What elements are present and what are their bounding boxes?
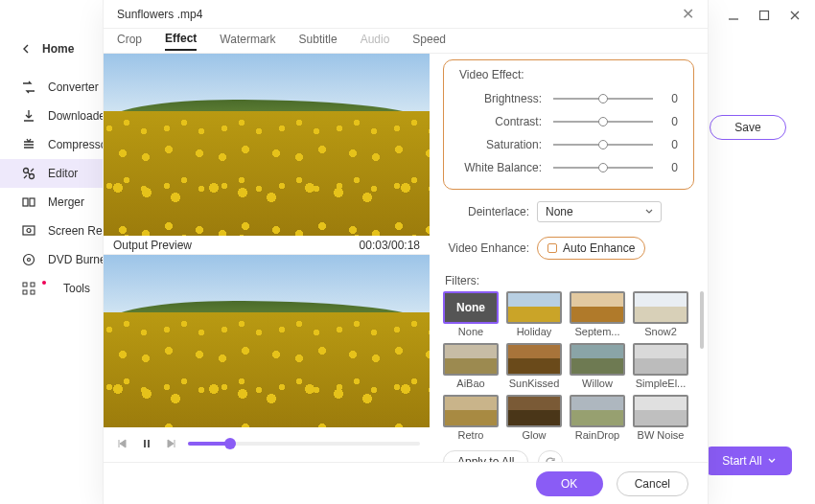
filter-raindrop[interactable]: RainDrop	[570, 395, 625, 441]
filter-retro[interactable]: Retro	[443, 395, 499, 441]
video-enhance-label: Video Enhance:	[443, 241, 529, 255]
filter-none[interactable]: NoneNone	[443, 291, 499, 337]
cancel-button[interactable]: Cancel	[617, 471, 688, 496]
brightness-slider[interactable]	[553, 98, 653, 100]
filter-willow[interactable]: Willow	[570, 343, 625, 389]
slider-value: 0	[664, 138, 678, 151]
filter-label: Holiday	[517, 326, 552, 337]
apply-to-all-button[interactable]: Apply to All	[443, 450, 528, 462]
next-frame-button[interactable]	[163, 435, 180, 452]
filter-label: SunKissed	[509, 378, 560, 389]
svg-rect-10	[31, 283, 35, 286]
sidebar-item-screen-record[interactable]: Screen Record	[0, 217, 104, 245]
slider-row-saturation: Saturation:0	[459, 133, 678, 156]
filter-thumb	[633, 291, 688, 324]
close-icon[interactable]	[788, 9, 802, 22]
settings-column: Video Effect: Brightness:0Contrast:0Satu…	[430, 54, 708, 462]
filter-simpleel[interactable]: SimpleEl...	[633, 343, 688, 389]
filter-snow2[interactable]: Snow2	[633, 291, 688, 337]
ok-button[interactable]: OK	[536, 471, 603, 496]
sidebar-item-label: Merger	[48, 195, 84, 209]
merger-icon	[21, 195, 36, 210]
filter-bwnoise[interactable]: BW Noise	[633, 395, 688, 441]
slider-label: Contrast:	[459, 115, 542, 128]
player-controls	[104, 427, 430, 460]
sidebar-item-label: Downloader	[48, 109, 109, 123]
filter-thumb	[443, 395, 499, 427]
filter-aibao[interactable]: AiBao	[443, 343, 499, 389]
editor-icon	[21, 166, 36, 181]
start-all-button[interactable]: Start All	[706, 447, 792, 475]
contrast-slider[interactable]	[553, 121, 653, 123]
video-effect-title: Video Effect:	[459, 68, 678, 81]
filters-grid: NoneNoneHolidaySeptem...Snow2AiBaoSunKis…	[443, 291, 694, 441]
filter-label: Snow2	[644, 326, 677, 337]
svg-rect-5	[23, 226, 35, 235]
svg-point-1	[24, 169, 29, 173]
screen-record-icon	[21, 223, 36, 239]
sidebar: Home ConverterDownloaderCompressorEditor…	[0, 31, 104, 504]
pause-button[interactable]	[138, 435, 155, 452]
filter-thumb	[570, 291, 625, 324]
svg-point-7	[24, 255, 35, 265]
svg-rect-9	[23, 283, 27, 286]
slider-value: 0	[664, 115, 678, 128]
save-button[interactable]: Save	[710, 115, 786, 140]
deinterlace-select[interactable]: None	[537, 201, 662, 222]
tab-effect[interactable]: Effect	[165, 32, 197, 51]
filter-septem[interactable]: Septem...	[570, 291, 625, 337]
sidebar-item-tools[interactable]: Tools	[0, 274, 104, 303]
right-panel: Save	[710, 77, 786, 140]
sidebar-item-label: Compressor	[48, 138, 110, 151]
sidebar-item-editor[interactable]: Editor	[0, 159, 104, 188]
tab-crop[interactable]: Crop	[117, 33, 142, 50]
dialog-footer: OK Cancel	[104, 462, 708, 504]
reset-button[interactable]	[538, 450, 563, 462]
sidebar-item-compressor[interactable]: Compressor	[0, 130, 104, 159]
tools-icon	[21, 281, 36, 296]
svg-rect-12	[31, 290, 35, 294]
filter-sunkissed[interactable]: SunKissed	[506, 343, 562, 389]
tab-speed[interactable]: Speed	[412, 33, 446, 50]
tab-watermark[interactable]: Watermark	[220, 33, 275, 50]
filter-thumb: None	[443, 291, 499, 324]
home-label: Home	[42, 42, 74, 56]
sidebar-item-label: Editor	[48, 167, 78, 180]
slider-row-whitebalance: White Balance:0	[459, 156, 678, 179]
sidebar-item-converter[interactable]: Converter	[0, 73, 104, 102]
dialog-close-button[interactable]: ✕	[682, 5, 694, 23]
output-preview-label: Output Preview	[113, 239, 192, 252]
whitebalance-slider[interactable]	[553, 167, 653, 169]
scrollbar[interactable]	[700, 291, 704, 349]
filter-label: AiBao	[456, 378, 484, 389]
minimize-icon[interactable]	[727, 9, 740, 22]
filter-label: Septem...	[574, 326, 619, 337]
output-preview	[104, 255, 430, 427]
saturation-slider[interactable]	[553, 144, 653, 146]
sidebar-item-dvd-burner[interactable]: DVD Burner	[0, 245, 104, 274]
dialog-titlebar: Sunflowers .mp4 ✕	[104, 0, 708, 29]
dialog-title: Sunflowers .mp4	[117, 8, 202, 21]
preview-column: Output Preview 00:03/00:18	[104, 54, 430, 462]
filter-holiday[interactable]: Holiday	[506, 291, 562, 337]
filter-thumb	[506, 343, 562, 376]
chevron-down-icon	[645, 208, 653, 216]
slider-row-contrast: Contrast:0	[459, 110, 678, 133]
home-link[interactable]: Home	[0, 34, 104, 63]
sidebar-item-label: DVD Burner	[48, 253, 110, 266]
prev-frame-button[interactable]	[113, 435, 130, 452]
converter-icon	[21, 80, 36, 95]
auto-enhance-toggle[interactable]: Auto Enhance	[537, 237, 645, 260]
chevron-down-icon	[768, 457, 776, 465]
svg-rect-4	[30, 198, 35, 206]
svg-point-8	[28, 259, 31, 262]
filter-glow[interactable]: Glow	[506, 395, 562, 441]
tab-subtitle[interactable]: Subtitle	[299, 33, 338, 50]
sidebar-item-merger[interactable]: Merger	[0, 188, 104, 217]
sidebar-item-label: Converter	[48, 80, 99, 94]
sidebar-item-downloader[interactable]: Downloader	[0, 102, 104, 130]
filter-label: Willow	[582, 378, 613, 389]
svg-point-6	[27, 229, 31, 233]
maximize-icon[interactable]	[757, 9, 771, 22]
seek-bar[interactable]	[188, 442, 420, 446]
